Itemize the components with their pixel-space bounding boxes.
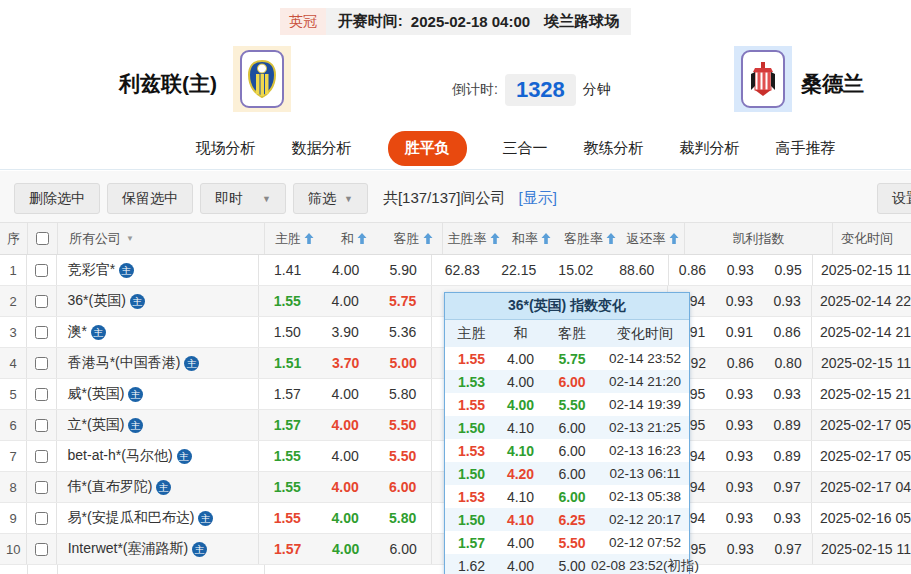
odds-value: 4.00 [316, 410, 374, 440]
keep-selected-button[interactable]: 保留选中 [107, 183, 193, 214]
company-name-cell[interactable]: 香港马*(中国香港)主 [57, 348, 259, 378]
company-name-cell[interactable]: 立*(英国)主 [57, 410, 259, 440]
header-return-rate[interactable]: 返还率 [621, 223, 685, 254]
away-team-crest-icon [741, 50, 785, 108]
select-all-checkbox[interactable] [36, 232, 49, 245]
odds-value: 6.00 [374, 472, 432, 502]
tab-bar: 现场分析数据分析胜平负三合一教练分析裁判分析高手推荐 [0, 128, 911, 170]
row-checkbox[interactable] [35, 357, 48, 370]
odds-value: 5.50 [374, 441, 432, 471]
header-kelly: 凯利指数 [685, 223, 833, 254]
header-company-label: 所有公司 [69, 230, 121, 248]
show-link[interactable]: [显示] [518, 189, 556, 208]
kelly-value: 0.93 [715, 410, 763, 440]
row-checkbox-cell [27, 410, 56, 440]
company-name-cell[interactable]: 竞彩官*主 [57, 255, 259, 285]
popup-change-time: 02-12 20:17 [601, 508, 689, 531]
tab-item[interactable]: 现场分析 [196, 139, 256, 158]
company-name-cell[interactable]: 澳*主 [57, 317, 259, 347]
kelly-value: 0.80 [764, 348, 813, 378]
kelly-value: 0.97 [764, 534, 813, 564]
company-name-cell[interactable]: 36*(英国)主 [57, 286, 259, 316]
header-home-rate[interactable]: 主胜率 [443, 223, 504, 254]
tab-item[interactable]: 数据分析 [292, 139, 352, 158]
sort-up-icon [304, 233, 314, 244]
row-seq: 8 [0, 472, 27, 502]
row-checkbox[interactable] [35, 388, 48, 401]
row-checkbox[interactable] [35, 326, 48, 339]
away-team-logo [734, 46, 792, 112]
header-away-odds[interactable]: 客胜 [384, 223, 443, 254]
odds-value: 1.57 [259, 379, 316, 409]
row-checkbox[interactable] [35, 419, 48, 432]
header-away-rate[interactable]: 客胜率 [559, 223, 621, 254]
header-draw-odds[interactable]: 和 [324, 223, 384, 254]
tab-item[interactable]: 三合一 [503, 139, 548, 158]
row-checkbox[interactable] [35, 481, 48, 494]
sort-up-icon [541, 233, 551, 244]
delete-selected-button[interactable]: 删除选中 [14, 183, 100, 214]
header-draw-label: 和 [341, 230, 354, 248]
popup-row: 1.504.106.0002-13 21:25 [445, 416, 689, 439]
venue: 埃兰路球场 [544, 12, 619, 31]
row-checkbox[interactable] [35, 264, 48, 277]
row-checkbox-cell [27, 255, 56, 285]
instant-dropdown[interactable]: 即时 ▼ [200, 183, 286, 214]
row-checkbox[interactable] [35, 512, 48, 525]
header-company[interactable]: 所有公司 ▼ [58, 223, 265, 254]
tab-item[interactable]: 胜平负 [388, 131, 467, 166]
odds-value: 5.80 [374, 379, 432, 409]
popup-odds-value: 6.00 [543, 462, 601, 485]
odds-value: 5.36 [374, 317, 432, 347]
header-seq: 序 [0, 223, 28, 254]
settings-button[interactable]: 设置 [877, 183, 911, 214]
company-name: 伟*(直布罗陀) [68, 478, 153, 496]
odds-value: 1.55 [259, 441, 316, 471]
popup-row: 1.534.106.0002-13 16:23 [445, 439, 689, 462]
popup-odds-value: 4.00 [498, 393, 543, 416]
popup-title: 36*(英国) 指数变化 [445, 293, 689, 320]
odds-value: 5.75 [374, 286, 432, 316]
company-name: Interwet*(塞浦路斯) [68, 540, 189, 558]
header-away-rate-label: 客胜率 [564, 230, 603, 248]
popup-change-time: 02-08 23:52(初指) [601, 554, 689, 574]
row-checkbox[interactable] [35, 295, 48, 308]
company-name: 36*(英国) [68, 292, 126, 310]
chevron-down-icon: ▼ [126, 234, 134, 243]
popup-header-time: 变化时间 [601, 320, 689, 347]
popup-odds-value: 1.53 [445, 370, 498, 393]
tab-item[interactable]: 教练分析 [584, 139, 644, 158]
company-name-cell[interactable]: bet-at-h*(马尔他)主 [57, 441, 259, 471]
company-name: 澳* [68, 323, 87, 341]
tab-item[interactable]: 裁判分析 [680, 139, 740, 158]
company-name-cell[interactable]: 威*(英国)主 [57, 379, 259, 409]
odds-value: 4.00 [316, 503, 374, 533]
odds-value: 1.55 [259, 503, 316, 533]
company-name: 威*(英国) [68, 385, 125, 403]
company-name-cell[interactable]: Interwet*(塞浦路斯)主 [57, 534, 259, 564]
change-time: 2025-02-17 05 [812, 441, 911, 471]
popup-odds-value: 4.00 [498, 554, 543, 574]
header-change-time[interactable]: 变化时间 [833, 223, 911, 254]
row-checkbox[interactable] [35, 450, 48, 463]
kickoff-info: 开赛时间: 2025-02-18 04:00 埃兰路球场 [326, 8, 631, 35]
popup-odds-value: 4.10 [498, 485, 543, 508]
row-seq: 7 [0, 441, 27, 471]
chevron-down-icon: ▼ [262, 194, 271, 204]
popup-header-away: 客胜 [543, 320, 601, 347]
company-name-cell[interactable]: 伟*(直布罗陀)主 [57, 472, 259, 502]
company-name-cell[interactable]: 易*(安提瓜和巴布达)主 [57, 503, 259, 533]
header-home-odds[interactable]: 主胜 [265, 223, 324, 254]
rate-value: 88.60 [606, 255, 668, 285]
tab-item[interactable]: 高手推荐 [776, 139, 836, 158]
toolbar-region: 删除选中 保留选中 即时 ▼ 筛选 ▼ 共[137/137]间公司 [显示] 设… [0, 171, 911, 222]
popup-odds-value: 6.00 [543, 439, 601, 462]
filter-dropdown[interactable]: 筛选 ▼ [293, 183, 368, 214]
header-draw-rate[interactable]: 和率 [504, 223, 559, 254]
odds-value: 6.00 [375, 534, 433, 564]
home-badge-icon: 主 [130, 294, 145, 309]
header-home-label: 主胜 [275, 230, 301, 248]
popup-change-time: 02-14 21:20 [601, 370, 689, 393]
row-checkbox[interactable] [35, 543, 48, 556]
rate-value: 62.83 [432, 255, 492, 285]
